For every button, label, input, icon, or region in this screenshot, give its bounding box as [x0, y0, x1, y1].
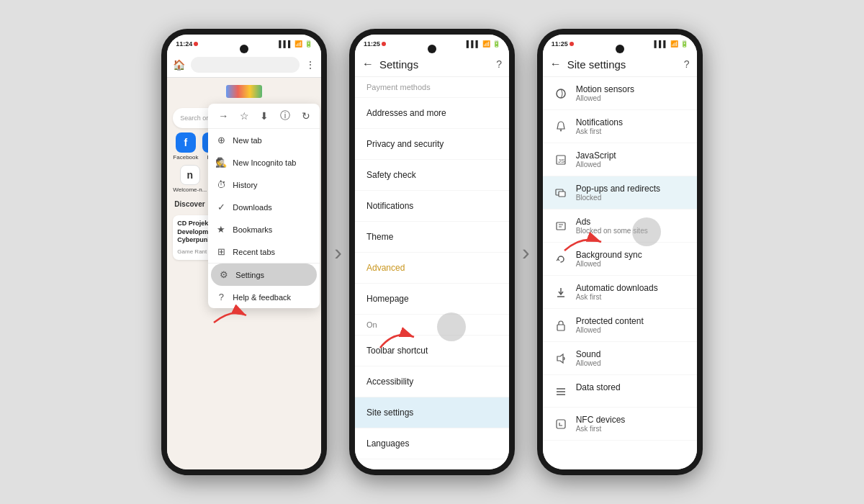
settings-title: Settings [379, 58, 490, 71]
status-time-3: 11:25 [552, 40, 574, 48]
site-item-data-stored[interactable]: Data stored [543, 375, 697, 408]
site-item-notifications[interactable]: Notifications Ask first [543, 110, 697, 143]
touch-indicator-2 [437, 312, 466, 341]
data-icon [553, 384, 569, 400]
bookmarks-icon: ★ [215, 224, 227, 235]
touch-indicator-3 [632, 217, 661, 246]
settings-addresses[interactable]: Addresses and more [355, 98, 509, 129]
popup-icon [553, 185, 569, 201]
download-toolbar-icon[interactable]: ⬇ [260, 110, 269, 122]
settings-site-settings[interactable]: Site settings [355, 397, 509, 428]
menu-recent-tabs[interactable]: ⊞ Recent tabs [208, 240, 320, 263]
site-settings-header: ← Site settings ? [543, 52, 697, 77]
settings-homepage[interactable]: Homepage [355, 284, 509, 315]
status-time-1: 11:24 [176, 40, 198, 48]
settings-icon: ⚙ [218, 269, 230, 280]
phone-2: 11:25 ▌▌▌ 📶 🔋 ← Settings ? Payment metho… [349, 29, 515, 475]
arrow-site-settings [377, 323, 420, 354]
settings-languages[interactable]: Languages [355, 428, 509, 459]
phone-3: 11:25 ▌▌▌ 📶 🔋 ← Site settings ? [537, 29, 703, 475]
menu-history[interactable]: ⏱ History [208, 174, 320, 196]
help-icon: ? [215, 292, 227, 302]
site-item-popups[interactable]: Pop-ups and redirects Blocked [543, 176, 697, 210]
menu-settings[interactable]: ⚙ Settings [211, 264, 317, 286]
protected-icon [553, 318, 569, 333]
shortcut-welcome[interactable]: n Welcome-n... [173, 165, 207, 193]
help-button-2[interactable]: ? [496, 58, 502, 70]
shortcut-facebook[interactable]: f Facebook [173, 132, 198, 161]
svg-marker-15 [557, 354, 563, 363]
menu-incognito[interactable]: 🕵 New Incognito tab [208, 151, 320, 174]
history-icon: ⏱ [215, 179, 227, 190]
status-time-2: 11:25 [364, 40, 386, 48]
phone-1: 11:24 ▌▌▌ 📶 🔋 🏠 ⋮ [161, 29, 327, 475]
site-item-auto-downloads[interactable]: Automatic downloads Ask first [543, 276, 697, 309]
chevron-1: › [334, 239, 342, 266]
svg-rect-8 [559, 192, 565, 197]
dropdown-toolbar: → ☆ ⬇ ⓘ ↻ [208, 104, 320, 129]
facebook-icon: f [176, 132, 196, 153]
site-settings-list: Motion sensors Allowed Notifications Ask… [543, 77, 697, 469]
more-icon[interactable]: ⋮ [305, 59, 315, 71]
nfc-icon [553, 416, 569, 432]
arrow-settings [210, 305, 253, 329]
phone-camera [240, 45, 248, 53]
status-dot-1 [194, 42, 198, 46]
status-icons-2: ▌▌▌ 📶 🔋 [467, 40, 500, 48]
javascript-icon: JS [553, 152, 569, 168]
back-button-3[interactable]: ← [550, 58, 562, 71]
svg-point-4 [560, 130, 562, 132]
info-toolbar-icon[interactable]: ⓘ [280, 109, 290, 122]
settings-payment-methods[interactable]: Payment methods [355, 77, 509, 98]
home-icon[interactable]: 🏠 [173, 59, 185, 71]
svg-rect-19 [557, 420, 565, 428]
help-button-3[interactable]: ? [684, 58, 690, 70]
browser-bar-1: 🏠 ⋮ [167, 52, 321, 78]
sound-icon [553, 351, 569, 366]
star-toolbar-icon[interactable]: ☆ [240, 110, 249, 122]
n-icon: n [180, 165, 200, 185]
status-dot-2 [382, 42, 386, 46]
site-item-protected-content[interactable]: Protected content Allowed [543, 309, 697, 342]
phone-camera-2 [428, 45, 436, 53]
recent-tabs-icon: ⊞ [215, 246, 227, 257]
chevron-2: › [522, 239, 530, 266]
svg-rect-14 [557, 325, 564, 330]
notifications-icon [553, 119, 569, 135]
auto-downloads-icon [553, 284, 569, 300]
phone1-content: Search or type web address f Facebook f … [167, 78, 321, 469]
site-item-nfc[interactable]: NFC devices Ask first [543, 408, 697, 441]
arrow-popups [561, 229, 608, 257]
scene: 11:24 ▌▌▌ 📶 🔋 🏠 ⋮ [0, 0, 864, 504]
settings-list: Payment methods Addresses and more Priva… [355, 77, 509, 469]
back-toolbar-icon[interactable]: → [218, 110, 228, 122]
settings-advanced[interactable]: Advanced [355, 253, 509, 284]
status-icons-1: ▌▌▌ 📶 🔋 [279, 40, 312, 48]
motion-sensors-icon [553, 86, 569, 102]
site-item-motion[interactable]: Motion sensors Allowed [543, 77, 697, 110]
site-settings-title: Site settings [567, 58, 678, 71]
settings-safety-check[interactable]: Safety check [355, 160, 509, 191]
settings-privacy[interactable]: Privacy and security [355, 129, 509, 160]
svg-text:JS: JS [558, 158, 564, 164]
back-button-2[interactable]: ← [362, 58, 374, 71]
status-dot-3 [570, 42, 574, 46]
site-item-javascript[interactable]: JS JavaScript Allowed [543, 143, 697, 176]
settings-header: ← Settings ? [355, 52, 509, 77]
refresh-toolbar-icon[interactable]: ↻ [302, 110, 310, 122]
svg-point-2 [557, 89, 565, 98]
menu-new-tab[interactable]: ⊕ New tab [208, 129, 320, 151]
menu-bookmarks[interactable]: ★ Bookmarks [208, 218, 320, 240]
settings-accessibility[interactable]: Accessibility [355, 366, 509, 397]
dropdown-menu: → ☆ ⬇ ⓘ ↻ ⊕ New tab 🕵 New Incognito tab [208, 104, 320, 308]
new-tab-icon: ⊕ [215, 135, 227, 145]
settings-theme[interactable]: Theme [355, 222, 509, 253]
downloads-icon: ✓ [215, 202, 227, 212]
status-icons-3: ▌▌▌ 📶 🔋 [654, 40, 688, 48]
menu-downloads[interactable]: ✓ Downloads [208, 196, 320, 218]
settings-downloads[interactable]: Downloads [355, 459, 509, 469]
site-item-sound[interactable]: Sound Allowed [543, 342, 697, 375]
phone-camera-3 [616, 45, 624, 53]
settings-notifications[interactable]: Notifications [355, 191, 509, 222]
incognito-icon: 🕵 [215, 157, 227, 168]
